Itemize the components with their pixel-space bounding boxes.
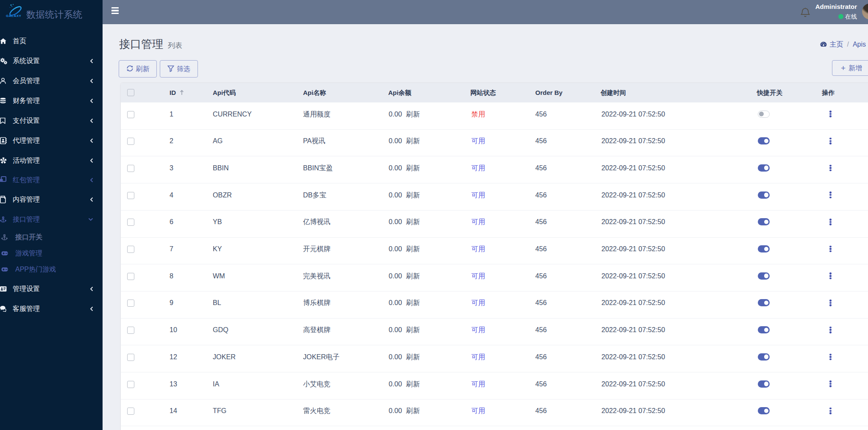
svg-text:GALAXY: GALAXY — [6, 14, 22, 18]
